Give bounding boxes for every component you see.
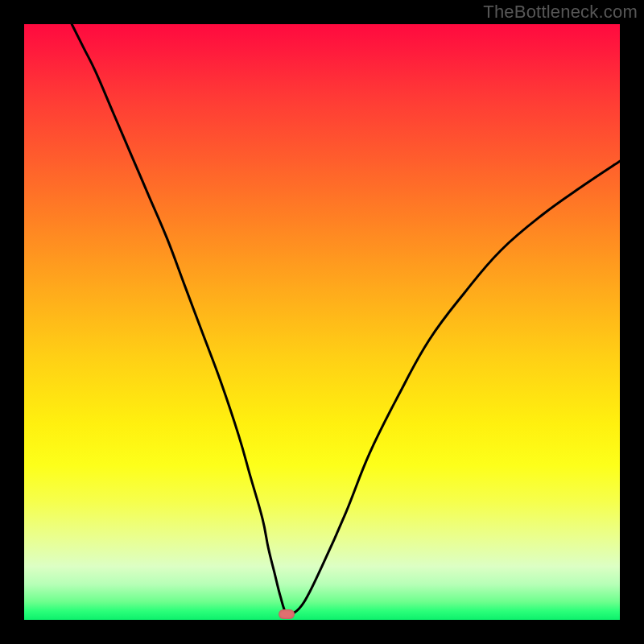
bottleneck-marker — [279, 609, 295, 619]
watermark-label: TheBottleneck.com — [483, 2, 638, 23]
bottleneck-curve — [24, 24, 620, 620]
chart-frame: TheBottleneck.com — [0, 0, 644, 644]
plot-area — [24, 24, 620, 620]
